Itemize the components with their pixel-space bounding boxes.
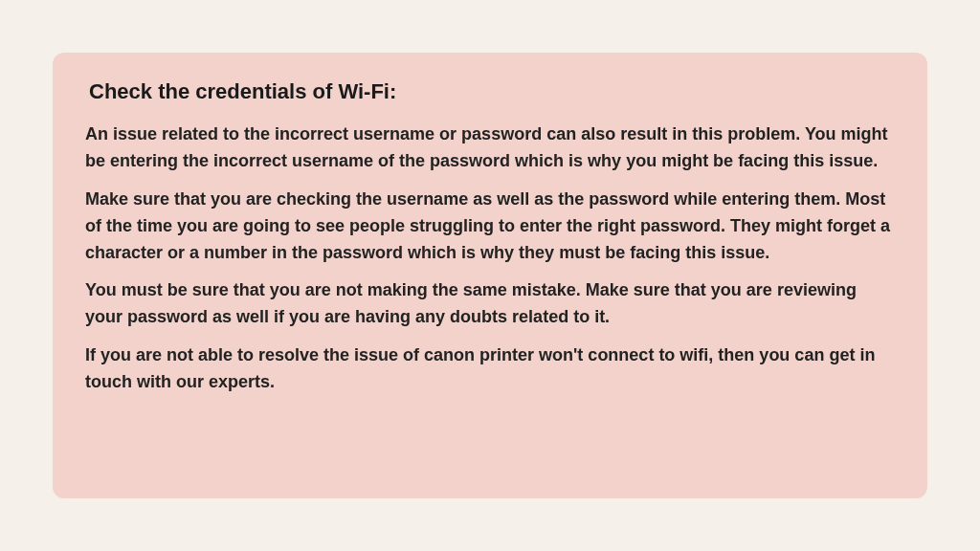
card-paragraph: Make sure that you are checking the user… xyxy=(85,187,895,267)
card-paragraph: You must be sure that you are not making… xyxy=(85,277,895,331)
card-paragraph: If you are not able to resolve the issue… xyxy=(85,342,895,396)
info-card: Check the credentials of Wi-Fi: An issue… xyxy=(53,53,927,498)
card-paragraph: An issue related to the incorrect userna… xyxy=(85,121,895,175)
card-heading: Check the credentials of Wi-Fi: xyxy=(85,79,895,104)
